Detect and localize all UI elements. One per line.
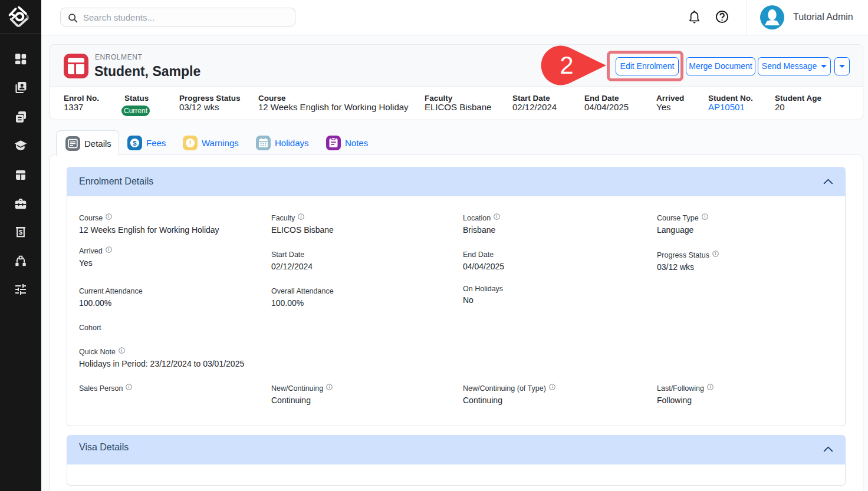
svg-text:$: $ (19, 229, 22, 236)
svg-text:$: $ (133, 139, 137, 146)
